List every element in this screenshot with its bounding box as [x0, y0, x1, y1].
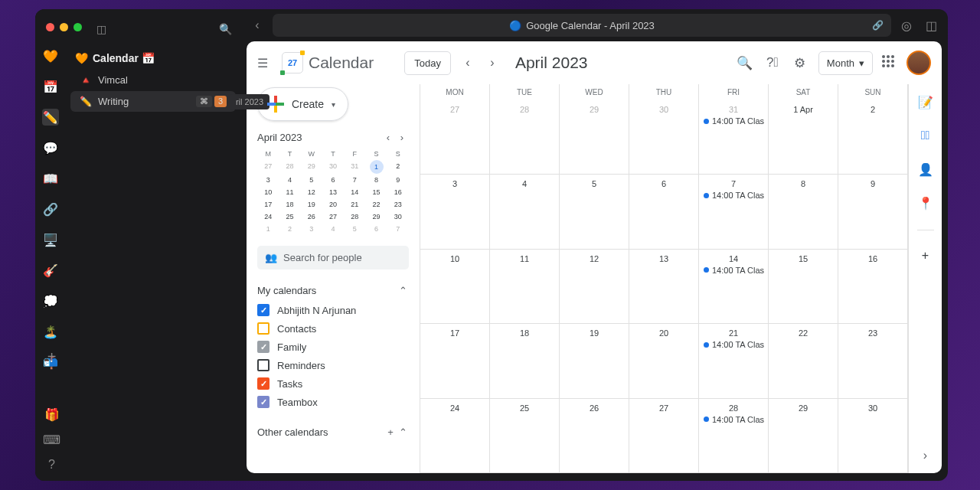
- event[interactable]: 14:00 TA Clas: [702, 265, 765, 276]
- mini-day[interactable]: 12: [301, 186, 322, 198]
- mini-day[interactable]: 11: [279, 186, 300, 198]
- day-cell[interactable]: 18: [490, 324, 560, 398]
- account-avatar[interactable]: [906, 51, 931, 75]
- search-people-input[interactable]: 👥 Search for people: [257, 246, 409, 270]
- day-cell[interactable]: 30: [629, 100, 699, 175]
- nav-back-icon[interactable]: ‹: [248, 16, 266, 34]
- sidebar-toggle-icon[interactable]: ◫: [96, 23, 106, 35]
- event[interactable]: 14:00 TA Clas: [702, 414, 765, 425]
- mini-day[interactable]: 24: [257, 211, 279, 223]
- mini-next-icon[interactable]: ›: [395, 132, 409, 143]
- mini-day[interactable]: 27: [257, 160, 279, 174]
- view-select[interactable]: Month▾: [818, 51, 873, 75]
- keyboard-icon[interactable]: ⌨: [43, 433, 60, 447]
- mini-day[interactable]: 7: [387, 223, 409, 235]
- gift-icon[interactable]: 🎁: [44, 407, 60, 422]
- day-cell[interactable]: 1 Apr: [769, 100, 838, 175]
- mini-day[interactable]: 25: [279, 211, 300, 223]
- day-cell[interactable]: 19: [560, 324, 629, 398]
- mini-day[interactable]: 20: [322, 198, 344, 211]
- mini-day[interactable]: 5: [301, 174, 322, 186]
- mini-day[interactable]: 22: [365, 198, 387, 211]
- create-button[interactable]: Create ▾: [257, 87, 348, 121]
- day-cell[interactable]: 6: [629, 175, 699, 249]
- day-cell[interactable]: 11: [490, 250, 560, 324]
- mini-day[interactable]: 1: [370, 160, 384, 174]
- mini-day[interactable]: 16: [387, 186, 409, 198]
- window-controls[interactable]: [46, 23, 82, 31]
- calendar-toggle[interactable]: Teambox: [257, 393, 409, 411]
- addons-icon[interactable]: +: [918, 249, 933, 264]
- mini-prev-icon[interactable]: ‹: [381, 132, 395, 143]
- today-button[interactable]: Today: [404, 51, 451, 75]
- calendar-toggle[interactable]: Contacts: [257, 319, 409, 338]
- calendar-toggle[interactable]: Family: [257, 338, 409, 356]
- day-cell[interactable]: 13: [629, 250, 699, 324]
- mini-day[interactable]: 28: [279, 160, 300, 174]
- day-cell[interactable]: 3: [420, 175, 490, 249]
- sidebar-icon[interactable]: ✏️: [42, 109, 59, 126]
- keep-icon[interactable]: 📝: [918, 95, 933, 110]
- mini-day[interactable]: 6: [322, 174, 344, 186]
- day-cell[interactable]: 23: [838, 324, 908, 398]
- calendar-logo[interactable]: 27 Calendar: [282, 52, 374, 74]
- mini-day[interactable]: 29: [365, 211, 387, 223]
- day-cell[interactable]: 1414:00 TA Clas: [699, 250, 769, 324]
- mini-day[interactable]: 1: [257, 223, 279, 235]
- other-calendars-header[interactable]: Other calendars + ⌃: [257, 422, 409, 443]
- mini-day[interactable]: 5: [344, 223, 365, 235]
- calendar-toggle[interactable]: Reminders: [257, 356, 409, 374]
- day-cell[interactable]: 4: [490, 175, 560, 249]
- maps-icon[interactable]: 📍: [918, 196, 933, 211]
- day-cell[interactable]: 22: [769, 324, 838, 398]
- search-icon[interactable]: 🔍: [736, 55, 754, 71]
- day-cell[interactable]: 9: [838, 175, 908, 249]
- mini-day[interactable]: 7: [344, 174, 365, 186]
- mini-day[interactable]: 28: [344, 211, 365, 223]
- mini-day[interactable]: 15: [365, 186, 387, 198]
- event[interactable]: 14:00 TA Clas: [702, 116, 765, 126]
- day-cell[interactable]: 12: [560, 250, 629, 324]
- day-cell[interactable]: 5: [560, 175, 629, 249]
- mini-day[interactable]: 10: [257, 186, 279, 198]
- calendar-toggle[interactable]: Abhijith N Arjunan: [257, 301, 409, 319]
- mini-day[interactable]: 29: [301, 160, 322, 174]
- sidebar-icon[interactable]: 📅: [42, 78, 59, 95]
- sidebar-icon[interactable]: 🖥️: [42, 231, 59, 248]
- add-icon[interactable]: +: [47, 348, 57, 366]
- mini-day[interactable]: 4: [279, 174, 300, 186]
- sidebar-icon[interactable]: 🎸: [42, 262, 59, 279]
- day-cell[interactable]: 29: [769, 399, 838, 473]
- day-cell[interactable]: 16: [838, 250, 908, 324]
- mini-day[interactable]: 3: [301, 223, 322, 235]
- day-cell[interactable]: 2814:00 TA Clas: [699, 399, 769, 473]
- mini-day[interactable]: 19: [301, 198, 322, 211]
- sidebar-icon[interactable]: 🔗: [42, 201, 59, 217]
- day-cell[interactable]: 25: [490, 399, 560, 473]
- search-icon[interactable]: 🔍: [219, 23, 232, 35]
- sidebar-icon[interactable]: 💬: [42, 139, 59, 156]
- day-cell[interactable]: 27: [420, 100, 490, 175]
- day-cell[interactable]: 3114:00 TA Clas: [699, 100, 769, 175]
- day-cell[interactable]: 20: [629, 324, 699, 398]
- apps-icon[interactable]: [882, 55, 897, 70]
- mini-day[interactable]: 30: [387, 211, 409, 223]
- day-cell[interactable]: 2114:00 TA Clas: [699, 324, 769, 398]
- day-cell[interactable]: 17: [420, 324, 490, 398]
- mini-day[interactable]: 6: [365, 223, 387, 235]
- event[interactable]: 14:00 TA Clas: [702, 339, 765, 350]
- link-icon[interactable]: 🔗: [872, 20, 884, 31]
- address-bar[interactable]: 🔵 Google Calendar - April 2023 🔗: [273, 14, 891, 37]
- split-view-icon[interactable]: ◫: [922, 18, 940, 33]
- mini-day[interactable]: 4: [322, 223, 344, 235]
- day-cell[interactable]: 8: [769, 175, 838, 249]
- mini-day[interactable]: 31: [344, 160, 365, 174]
- sidebar-item[interactable]: ✏️Writing⌘3ril 2023: [70, 91, 236, 112]
- add-calendar-icon[interactable]: +: [384, 426, 397, 438]
- mini-day[interactable]: 18: [279, 198, 300, 211]
- help-icon[interactable]: ?⃝: [763, 55, 782, 70]
- mini-day[interactable]: 3: [257, 174, 279, 186]
- mini-day[interactable]: 9: [387, 174, 409, 186]
- mini-day[interactable]: 26: [301, 211, 322, 223]
- help-icon[interactable]: ?: [48, 458, 55, 472]
